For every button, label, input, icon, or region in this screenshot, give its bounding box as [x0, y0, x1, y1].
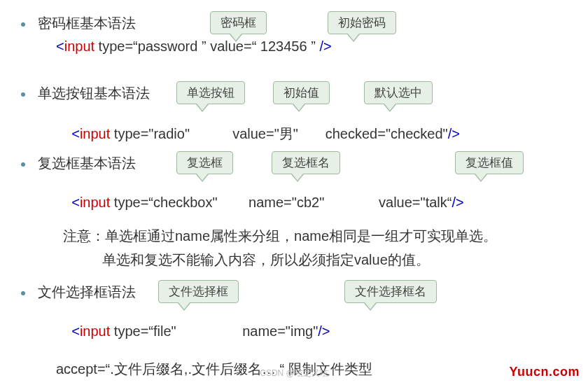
- angle-close: />: [318, 323, 330, 339]
- callout-init-password: 初始密码: [328, 11, 396, 34]
- section-title: 复选框基本语法: [38, 154, 136, 173]
- bullet-icon: [21, 92, 25, 97]
- title-line: 密码框基本语法: [21, 14, 567, 33]
- note-line-2: 单选和复选不能输入内容，所以必须指定value的值。: [102, 248, 567, 272]
- code-line-password: <input type=“password ” value=“ 123456 ”…: [56, 38, 567, 55]
- tag-input: input: [80, 195, 110, 210]
- val-male: "男": [274, 126, 298, 141]
- attr-name: name=: [218, 195, 292, 210]
- callout-file-name: 文件选择框名: [344, 280, 437, 303]
- attr-checked: checked=: [298, 126, 386, 141]
- callout-init-value: 初始值: [273, 81, 330, 104]
- val-radio: "radio": [148, 126, 190, 141]
- section-title: 文件选择框语法: [38, 283, 136, 302]
- val-file: “file": [148, 323, 176, 339]
- tag-input: input: [80, 323, 110, 339]
- val-password: “password ”: [133, 38, 206, 54]
- callout-checkbox: 复选框: [176, 151, 233, 174]
- callout-password: 密码框: [210, 11, 267, 34]
- callout-checkbox-name: 复选框名: [272, 151, 340, 174]
- section-checkbox: 复选框 复选框名 复选框值 复选框基本语法 <input type=“check…: [21, 154, 567, 210]
- callout-checked: 默认选中: [364, 81, 433, 104]
- section-file: 文件选择框 文件选择框名 文件选择框语法 <input type=“file" …: [21, 283, 567, 356]
- code-line-checkbox: <input type=“checkbox" name="cb2" value=…: [56, 178, 567, 227]
- title-line: 文件选择框语法: [21, 283, 567, 302]
- code-line-file: <input type=“file" name="img"/>: [56, 307, 567, 356]
- section-title: 密码框基本语法: [38, 14, 136, 33]
- angle-close: />: [448, 126, 460, 141]
- angle-close: />: [316, 38, 332, 54]
- bullet-icon: [21, 22, 25, 27]
- bullet-icon: [21, 291, 25, 295]
- angle-open: <: [56, 38, 64, 54]
- watermark-yuucn: Yuucn.com: [509, 365, 580, 379]
- bullet-icon: [21, 162, 25, 167]
- tag-input: input: [64, 38, 94, 54]
- val-talk: "talk“: [421, 195, 452, 210]
- note-line-1: 注意：单选框通过name属性来分组，name相同是一组才可实现单选。: [63, 224, 567, 248]
- callout-radio: 单选按钮: [176, 81, 245, 104]
- section-radio: 单选按钮 初始值 默认选中 单选按钮基本语法 <input type="radi…: [21, 84, 567, 140]
- val-img: "img": [286, 323, 318, 339]
- angle-open: <: [71, 323, 80, 339]
- section-password: 密码框 初始密码 密码框基本语法 <input type=“password ”…: [21, 14, 567, 70]
- callout-file: 文件选择框: [158, 280, 239, 303]
- val-123456: “ 123456 ”: [252, 38, 316, 54]
- angle-open: <: [71, 195, 80, 210]
- val-checked: "checked": [386, 126, 448, 141]
- angle-open: <: [71, 126, 80, 141]
- val-cb2: "cb2": [292, 195, 324, 210]
- callout-checkbox-value: 复选框值: [455, 151, 524, 174]
- angle-close: />: [451, 195, 463, 210]
- attr-type: type=: [110, 195, 148, 210]
- attr-value: value=: [190, 126, 274, 141]
- attr-type: type=: [110, 323, 148, 339]
- watermark-csdn: CSDN @玹之又玹: [260, 368, 328, 379]
- attr-value: value=: [324, 195, 420, 210]
- tag-input: input: [80, 126, 110, 141]
- attr-name: name=: [176, 323, 286, 339]
- attr-type: type=: [94, 38, 133, 54]
- note-block: 注意：单选框通过name属性来分组，name相同是一组才可实现单选。 单选和复选…: [63, 224, 567, 272]
- val-checkbox: “checkbox": [148, 195, 217, 210]
- attr-type: type=: [110, 126, 148, 141]
- section-title: 单选按钮基本语法: [38, 84, 150, 103]
